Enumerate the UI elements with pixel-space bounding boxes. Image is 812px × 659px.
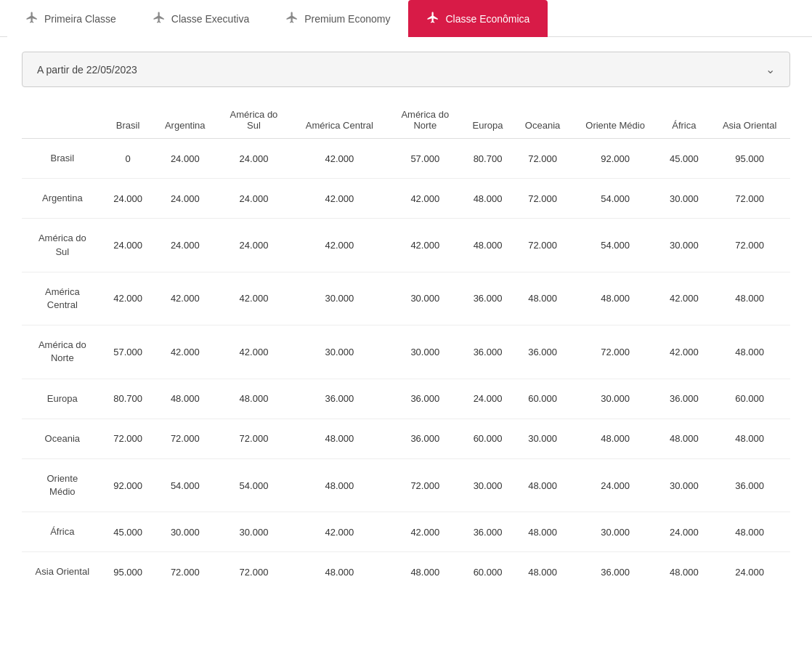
table-row: Europa80.70048.00048.00036.00036.00024.0… — [22, 379, 790, 419]
tab-premium-economy[interactable]: Premium Economy — [267, 0, 408, 37]
cell-7-6: 48.000 — [513, 458, 572, 512]
row-label-8: África — [22, 512, 103, 552]
cell-8-6: 48.000 — [513, 512, 572, 552]
cell-2-1: 24.000 — [153, 219, 217, 272]
row-label-6: Oceania — [22, 419, 103, 458]
table-row: América doNorte57.00042.00042.00030.0003… — [22, 326, 790, 379]
cell-2-7: 54.000 — [572, 219, 659, 272]
cell-5-9: 60.000 — [709, 379, 790, 419]
cell-7-1: 54.000 — [153, 458, 217, 512]
column-header-4: América Central — [291, 102, 389, 139]
cell-9-5: 60.000 — [462, 552, 514, 592]
cell-7-3: 48.000 — [291, 458, 389, 512]
cell-4-6: 36.000 — [513, 326, 572, 379]
cell-1-5: 48.000 — [462, 179, 514, 219]
cell-6-0: 72.000 — [103, 419, 153, 458]
column-header-3: América doSul — [217, 102, 291, 139]
cell-1-4: 42.000 — [389, 179, 462, 219]
table-row: Brasil024.00024.00042.00057.00080.70072.… — [22, 139, 790, 179]
cell-5-7: 30.000 — [572, 379, 659, 419]
cell-8-0: 45.000 — [103, 512, 153, 552]
cell-5-1: 48.000 — [153, 379, 217, 419]
cell-5-4: 36.000 — [389, 379, 462, 419]
cell-5-6: 60.000 — [513, 379, 572, 419]
cell-0-8: 45.000 — [659, 139, 709, 179]
cell-1-1: 24.000 — [153, 179, 217, 219]
cell-5-2: 48.000 — [217, 379, 291, 419]
cell-9-4: 48.000 — [389, 552, 462, 592]
cell-8-1: 30.000 — [153, 512, 217, 552]
cell-2-5: 48.000 — [462, 219, 514, 272]
cell-3-2: 42.000 — [217, 272, 291, 325]
tab-classe-economica[interactable]: Classe Econômica — [408, 0, 548, 37]
plane-icon — [426, 11, 439, 27]
row-label-5: Europa — [22, 379, 103, 419]
date-dropdown[interactable]: A partir de 22/05/2023 ⌄ — [22, 52, 790, 87]
row-label-7: OrienteMédio — [22, 458, 103, 512]
chevron-down-icon: ⌄ — [766, 62, 775, 76]
cell-8-5: 36.000 — [462, 512, 514, 552]
cell-3-1: 42.000 — [153, 272, 217, 325]
table-row: Asia Oriental95.00072.00072.00048.00048.… — [22, 552, 790, 592]
cell-1-2: 24.000 — [217, 179, 291, 219]
cell-2-3: 42.000 — [291, 219, 389, 272]
cell-8-2: 30.000 — [217, 512, 291, 552]
cell-1-8: 30.000 — [659, 179, 709, 219]
cell-3-4: 30.000 — [389, 272, 462, 325]
cell-0-7: 92.000 — [572, 139, 659, 179]
table-row: AméricaCentral42.00042.00042.00030.00030… — [22, 272, 790, 325]
tab-label: Classe Econômica — [445, 13, 529, 25]
cell-0-1: 24.000 — [153, 139, 217, 179]
table-row: América doSul24.00024.00024.00042.00042.… — [22, 219, 790, 272]
tab-primeira-classe[interactable]: Primeira Classe — [7, 0, 134, 37]
cell-6-4: 36.000 — [389, 419, 462, 458]
cell-3-3: 30.000 — [291, 272, 389, 325]
tab-classe-executiva[interactable]: Classe Executiva — [134, 0, 267, 37]
column-header-8: Oriente Médio — [572, 102, 659, 139]
cell-2-2: 24.000 — [217, 219, 291, 272]
cell-8-4: 42.000 — [389, 512, 462, 552]
cell-2-9: 72.000 — [709, 219, 790, 272]
table-row: Oceania72.00072.00072.00048.00036.00060.… — [22, 419, 790, 458]
cell-7-8: 30.000 — [659, 458, 709, 512]
main-content: A partir de 22/05/2023 ⌄ BrasilArgentina… — [0, 37, 812, 607]
cell-2-4: 42.000 — [389, 219, 462, 272]
column-header-9: África — [659, 102, 709, 139]
tabs-container: Primeira ClasseClasse ExecutivaPremium E… — [0, 0, 812, 37]
cell-1-9: 72.000 — [709, 179, 790, 219]
cell-4-5: 36.000 — [462, 326, 514, 379]
cell-0-3: 42.000 — [291, 139, 389, 179]
cell-5-0: 80.700 — [103, 379, 153, 419]
cell-9-2: 72.000 — [217, 552, 291, 592]
cell-3-8: 42.000 — [659, 272, 709, 325]
cell-9-8: 48.000 — [659, 552, 709, 592]
column-header-0 — [22, 102, 103, 139]
cell-8-3: 42.000 — [291, 512, 389, 552]
plane-icon — [285, 11, 299, 27]
cell-6-6: 30.000 — [513, 419, 572, 458]
cell-0-6: 72.000 — [513, 139, 572, 179]
cell-6-1: 72.000 — [153, 419, 217, 458]
cell-7-0: 92.000 — [103, 458, 153, 512]
cell-6-3: 48.000 — [291, 419, 389, 458]
cell-4-2: 42.000 — [217, 326, 291, 379]
cell-0-2: 24.000 — [217, 139, 291, 179]
cell-9-6: 48.000 — [513, 552, 572, 592]
row-label-4: América doNorte — [22, 326, 103, 379]
cell-3-9: 48.000 — [709, 272, 790, 325]
cell-4-0: 57.000 — [103, 326, 153, 379]
cell-8-8: 24.000 — [659, 512, 709, 552]
table-row: Argentina24.00024.00024.00042.00042.0004… — [22, 179, 790, 219]
cell-5-5: 24.000 — [462, 379, 514, 419]
cell-6-5: 60.000 — [462, 419, 514, 458]
row-label-1: Argentina — [22, 179, 103, 219]
cell-3-6: 48.000 — [513, 272, 572, 325]
column-header-2: Argentina — [153, 102, 217, 139]
tab-label: Primeira Classe — [44, 13, 116, 25]
cell-5-8: 36.000 — [659, 379, 709, 419]
cell-9-1: 72.000 — [153, 552, 217, 592]
cell-1-7: 54.000 — [572, 179, 659, 219]
row-label-9: Asia Oriental — [22, 552, 103, 592]
cell-2-8: 30.000 — [659, 219, 709, 272]
date-label: A partir de 22/05/2023 — [37, 64, 137, 76]
